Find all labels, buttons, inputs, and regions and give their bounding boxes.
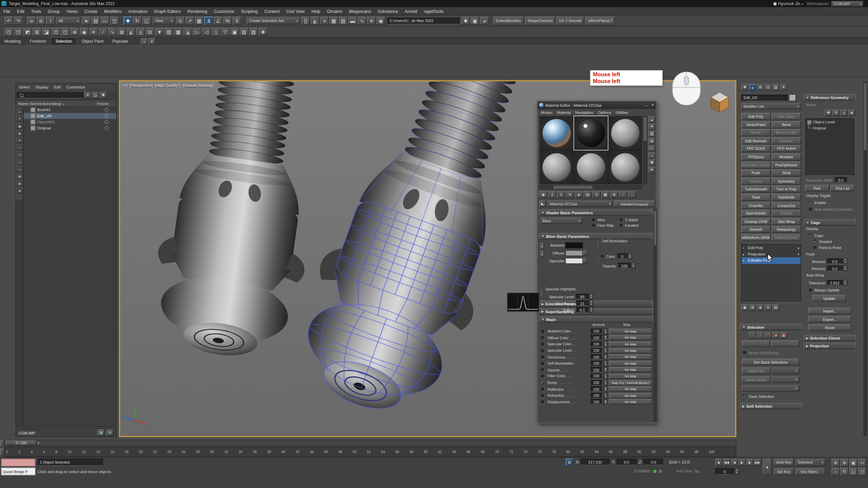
select-matid-button[interactable]: Select MatID bbox=[742, 376, 771, 383]
viewport-label-menu[interactable]: [Default Shading] bbox=[182, 83, 213, 88]
viewport-label-menu[interactable]: [+] bbox=[123, 83, 127, 88]
map-amount-field[interactable]: 100 bbox=[591, 335, 602, 340]
specular-level-spinner[interactable] bbox=[589, 294, 593, 299]
extrude-icon[interactable]: ⊞ bbox=[33, 28, 41, 36]
modifier-button[interactable]: FFD 4x4x4 bbox=[772, 145, 801, 152]
custom-script-button[interactable]: ShapeConnect bbox=[525, 16, 555, 25]
explorer-settings-icon[interactable]: ✱ bbox=[100, 92, 107, 99]
map-amount-field[interactable]: 100 bbox=[591, 367, 602, 372]
explorer-column-headers[interactable]: Name (Sorted Ascending) ▲ Frozen bbox=[16, 100, 116, 107]
utilities-tab-icon[interactable]: ✦ bbox=[780, 84, 787, 91]
push-amount-field[interactable]: 0.0 bbox=[827, 258, 843, 264]
shader-checkbox[interactable] bbox=[619, 218, 623, 222]
project-path-field[interactable]: C:\Users\U...ds Max 2022 bbox=[388, 17, 459, 24]
modifier-button[interactable]: Unwrap UVW bbox=[741, 218, 771, 225]
map-button[interactable]: No Map bbox=[609, 386, 652, 392]
add-time-tag[interactable]: Add Time Tag bbox=[676, 469, 699, 473]
point-to-point-checkbox[interactable] bbox=[813, 245, 817, 249]
render-production-icon[interactable]: ◕ bbox=[480, 17, 489, 25]
map-amount-field[interactable]: 100 bbox=[591, 386, 602, 392]
ribbon-tab[interactable]: Freeform bbox=[25, 37, 50, 44]
scene-object-row[interactable]: Edit_UV bbox=[24, 113, 116, 119]
specular-map-shortcut-icon[interactable] bbox=[583, 258, 587, 263]
detach-icon[interactable]: ◬ bbox=[136, 28, 145, 36]
select-by-name-icon[interactable]: ▤ bbox=[91, 17, 100, 25]
map-enable-checkbox[interactable] bbox=[540, 329, 545, 333]
next-frame-arrow-icon[interactable]: ▶ bbox=[38, 441, 40, 444]
selection-filter-dropdown[interactable]: All▾ bbox=[57, 17, 81, 24]
collapse-icon[interactable]: ▼ bbox=[155, 28, 164, 36]
reference-geometry-list[interactable]: Object Level: Original bbox=[806, 118, 854, 176]
material-sample-slot[interactable] bbox=[574, 150, 608, 184]
shader-checkbox[interactable] bbox=[591, 218, 596, 222]
filter-xrefs-icon[interactable]: △ bbox=[16, 165, 23, 172]
curve-editor-icon[interactable]: ∿ bbox=[358, 17, 367, 25]
map-amount-spinner[interactable] bbox=[604, 367, 608, 372]
tolerance-spinner[interactable] bbox=[843, 280, 848, 285]
modifier-button[interactable]: Edit Normals bbox=[741, 137, 771, 144]
parameters-scrollbar[interactable] bbox=[654, 209, 656, 422]
material-type-button[interactable]: Standard (Legacy) bbox=[614, 200, 655, 207]
region-select-icon[interactable]: ▭ bbox=[101, 17, 110, 25]
select-move-icon[interactable]: ✚ bbox=[123, 17, 132, 25]
pick-list-button[interactable]: Pick List bbox=[830, 185, 855, 191]
menu-item[interactable]: Customize bbox=[211, 7, 238, 15]
explorer-new-icon[interactable]: ⊞ bbox=[106, 429, 113, 436]
grow-selection-icon[interactable]: ▷ bbox=[193, 28, 201, 36]
spinner-snap-icon[interactable]: ⇕ bbox=[233, 17, 241, 25]
undo-icon[interactable]: ↶ bbox=[4, 17, 13, 25]
pick-button[interactable]: Pick bbox=[805, 185, 829, 191]
unlink-icon[interactable]: ⊘ bbox=[37, 17, 45, 25]
sample-tiling-icon[interactable]: ⊞ bbox=[648, 138, 655, 145]
push-percent-field[interactable]: 0.0 bbox=[827, 266, 843, 271]
map-enable-checkbox[interactable] bbox=[540, 387, 545, 391]
bevel-icon[interactable]: ◪ bbox=[42, 28, 51, 36]
modifier-button[interactable]: Extrude bbox=[772, 137, 801, 144]
map-enable-checkbox[interactable] bbox=[540, 393, 545, 398]
render-setup-icon[interactable]: ✱ bbox=[461, 17, 470, 25]
menu-item[interactable]: File bbox=[0, 7, 14, 15]
custom-script-button[interactable]: ExtendBorders bbox=[493, 16, 524, 25]
shader-option[interactable]: Face Map bbox=[591, 223, 617, 227]
field-of-view-icon[interactable]: ◱ bbox=[849, 468, 857, 476]
get-material-icon[interactable]: ◉ bbox=[539, 191, 547, 198]
menu-item[interactable]: Content bbox=[261, 7, 283, 15]
frozen-toggle[interactable] bbox=[105, 114, 108, 118]
map-amount-field[interactable]: 100 bbox=[591, 399, 602, 405]
modifier-button[interactable]: CreaseSet bbox=[772, 202, 801, 209]
modifier-list-dropdown[interactable]: Modifier List▾ bbox=[741, 103, 801, 110]
push-amount-spinner[interactable] bbox=[843, 258, 848, 264]
material-editor-menu-item[interactable]: Navigation bbox=[573, 109, 596, 116]
filter-helpers-icon[interactable]: ○ bbox=[16, 144, 23, 150]
map-amount-spinner[interactable] bbox=[604, 386, 608, 392]
push-percent-spinner[interactable] bbox=[843, 266, 848, 271]
make-unique-icon[interactable]: ◈ bbox=[757, 304, 764, 311]
menu-item[interactable]: Substance bbox=[374, 7, 401, 15]
filter-frozen-icon[interactable]: ─ bbox=[16, 194, 23, 201]
shader-basic-parameters-rollout[interactable]: Shader Basic Parameters bbox=[539, 209, 653, 216]
modifier-onoff-icon[interactable]: ● bbox=[797, 252, 799, 256]
map-row[interactable]: Ambient Color . . 100 No Map bbox=[539, 328, 653, 334]
refgeo-list-icon[interactable]: ≡ bbox=[840, 109, 847, 116]
ignore-backfacing-checkbox[interactable] bbox=[742, 350, 747, 354]
custom-script-button[interactable]: UV 2 Smooth bbox=[556, 16, 584, 25]
cage-checkbox[interactable] bbox=[808, 233, 813, 237]
map-row[interactable]: Filter Color . . . . 100 No Map bbox=[539, 373, 653, 380]
cage-rollout[interactable]: Cage bbox=[804, 219, 856, 226]
shaded-checkbox[interactable] bbox=[813, 239, 817, 243]
hide-working-geometry-checkbox[interactable] bbox=[808, 207, 813, 211]
filter-groups-icon[interactable]: ◇ bbox=[16, 158, 23, 165]
cut-icon[interactable]: ✕ bbox=[89, 28, 98, 36]
inset-icon[interactable]: ⊡ bbox=[52, 28, 60, 36]
scene-object-row[interactable]: Box041 bbox=[24, 107, 116, 113]
menu-item[interactable]: Tools bbox=[28, 7, 44, 15]
filter-bones-icon[interactable]: ▣ bbox=[16, 172, 23, 179]
filter-containers-icon[interactable]: ◉ bbox=[16, 180, 23, 187]
shader-option[interactable]: Faceted bbox=[619, 223, 644, 227]
map-button[interactable]: No Map bbox=[609, 361, 652, 366]
rendered-frame-icon[interactable]: ▣ bbox=[471, 17, 479, 25]
modifier-button[interactable]: Retopology bbox=[772, 226, 801, 233]
map-amount-spinner[interactable] bbox=[604, 354, 608, 360]
map-amount-field[interactable]: 100 bbox=[591, 373, 602, 379]
modifier-button[interactable]: ProOptimizer bbox=[772, 161, 801, 168]
